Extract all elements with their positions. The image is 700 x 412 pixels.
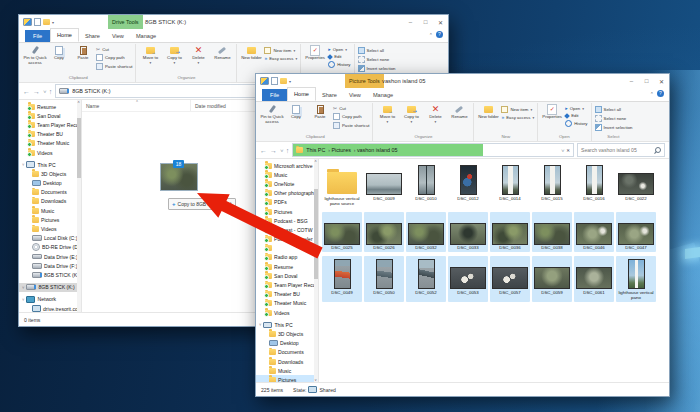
tab-home[interactable]: Home bbox=[50, 28, 79, 42]
tab-file[interactable]: File bbox=[262, 89, 287, 101]
paste-shortcut-button[interactable]: Paste shortcut bbox=[96, 63, 132, 70]
titlebar[interactable]: ▾ Drive Tools 8GB STICK (K:) – □ ✕ bbox=[19, 15, 448, 29]
sidebar-item[interactable]: Theater BU bbox=[19, 130, 81, 139]
ribbon-collapse-icon[interactable]: ⌃ bbox=[429, 32, 433, 38]
file-tile[interactable]: DSC_0015 bbox=[532, 162, 572, 208]
properties-button[interactable]: ✓Properties bbox=[540, 103, 564, 120]
tab-view[interactable]: View bbox=[343, 89, 367, 101]
sidebar-item[interactable]: This PC bbox=[256, 320, 318, 329]
pin-to-quick-access-button[interactable]: Pin to Quick access bbox=[260, 103, 284, 125]
sidebar-item[interactable]: Data Drive (F:) bbox=[19, 261, 81, 270]
file-tile[interactable]: DSC_0022 bbox=[616, 162, 656, 208]
breadcrumb-item[interactable]: This PC bbox=[306, 147, 325, 153]
tab-manage[interactable]: Manage bbox=[367, 89, 399, 101]
sidebar-item[interactable]: Podcast-Traveler bbox=[256, 235, 318, 244]
select-all-button[interactable]: Select all bbox=[358, 47, 396, 54]
sidebar-item[interactable]: Network bbox=[19, 295, 81, 304]
drive-tools-tab[interactable]: Drive Tools bbox=[108, 15, 143, 29]
sidebar-item[interactable]: Pictures bbox=[256, 207, 318, 216]
forward-arrow-icon[interactable]: → bbox=[33, 88, 40, 95]
move-to-button[interactable]: Move to▾ bbox=[138, 44, 162, 65]
sidebar-scrollbar[interactable] bbox=[77, 100, 81, 312]
history-button[interactable]: History bbox=[565, 120, 587, 127]
sidebar-item[interactable]: Documents bbox=[19, 188, 81, 197]
new-item-button[interactable]: New item▾ bbox=[501, 106, 534, 113]
forward-arrow-icon[interactable]: → bbox=[270, 147, 277, 154]
close-button[interactable]: ✕ bbox=[433, 15, 448, 29]
sidebar-item[interactable]: Theater Music bbox=[19, 139, 81, 148]
sidebar-item[interactable]: Pictures bbox=[19, 215, 81, 224]
move-to-button[interactable]: Move to▾ bbox=[375, 103, 399, 124]
file-tile[interactable]: lighthouse vertical pano bbox=[616, 256, 656, 302]
file-tile[interactable]: DSC_0053 bbox=[448, 256, 488, 302]
minimize-button[interactable]: – bbox=[403, 15, 418, 29]
column-name[interactable]: ˄Name bbox=[82, 100, 191, 111]
tab-manage[interactable]: Manage bbox=[130, 30, 162, 42]
file-tile[interactable]: DSC_0026 bbox=[364, 212, 404, 252]
file-tile[interactable]: DSC_0032 bbox=[406, 212, 446, 252]
file-tile[interactable]: DSC_0049 bbox=[322, 256, 362, 302]
breadcrumb-item[interactable]: vashon island 05 bbox=[354, 147, 398, 153]
sidebar-item[interactable]: Resume bbox=[256, 262, 318, 271]
sidebar-item[interactable]: Team Player Reco bbox=[19, 120, 81, 129]
file-tile[interactable]: DSC_0059 bbox=[532, 256, 572, 302]
pin-to-quick-access-button[interactable]: Pin to Quick access bbox=[23, 44, 47, 66]
sidebar-item[interactable]: OneNote bbox=[256, 179, 318, 188]
tab-share[interactable]: Share bbox=[79, 30, 106, 42]
address-field[interactable]: This PCPicturesvashon island 05 > ✕ bbox=[292, 143, 574, 157]
sidebar-item[interactable]: Downloads bbox=[19, 197, 81, 206]
delete-button[interactable]: ✕Delete▾ bbox=[423, 103, 447, 124]
history-button[interactable]: History bbox=[328, 61, 350, 68]
invert-selection-button[interactable]: Invert selection bbox=[358, 65, 396, 72]
sidebar-item[interactable]: Videos bbox=[256, 308, 318, 317]
sidebar-item[interactable]: Music bbox=[19, 206, 81, 215]
sidebar-item[interactable]: This PC bbox=[19, 160, 81, 169]
file-tile[interactable]: DSC_0052 bbox=[406, 256, 446, 302]
sidebar-item[interactable]: Theater BU bbox=[256, 290, 318, 299]
close-button[interactable]: ✕ bbox=[654, 74, 669, 88]
up-arrow-icon[interactable]: ↑ bbox=[286, 147, 290, 154]
file-tile[interactable]: DSC_0046 bbox=[574, 212, 614, 252]
new-item-button[interactable]: New item▾ bbox=[264, 47, 297, 54]
cut-button[interactable]: ✂Cut bbox=[96, 47, 132, 52]
copy-path-button[interactable]: Copy path bbox=[96, 54, 132, 61]
ribbon-collapse-icon[interactable]: ⌃ bbox=[650, 91, 654, 97]
sidebar-item[interactable]: Microsoft archive bbox=[256, 161, 318, 170]
sidebar-item[interactable]: Music bbox=[256, 366, 318, 375]
scroll-up-icon[interactable]: ˄ bbox=[76, 100, 81, 104]
sidebar-item[interactable]: Other photograph bbox=[256, 189, 318, 198]
edit-button[interactable]: Edit bbox=[328, 54, 350, 59]
sidebar-item[interactable]: Music bbox=[256, 170, 318, 179]
refresh-dropdown-icon[interactable]: > bbox=[559, 149, 564, 152]
sidebar-item[interactable]: Downloads bbox=[256, 357, 318, 366]
quick-access-toolbar[interactable]: ▾ bbox=[260, 74, 291, 88]
stop-icon[interactable]: ✕ bbox=[566, 148, 570, 153]
sidebar-item[interactable]: Videos bbox=[19, 148, 81, 157]
sidebar-item[interactable]: Data Drive (E:) bbox=[19, 252, 81, 261]
rename-button[interactable]: Rename bbox=[210, 44, 234, 61]
copy-path-button[interactable]: Copy path bbox=[333, 113, 369, 120]
file-tile[interactable]: DSC_0012 bbox=[448, 162, 488, 208]
help-icon[interactable]: ? bbox=[657, 90, 664, 97]
scroll-up-icon[interactable]: ˄ bbox=[313, 159, 318, 163]
sidebar-item[interactable]: BD-RE Drive (D:) bbox=[19, 243, 81, 252]
properties-button[interactable]: ✓Properties bbox=[303, 44, 327, 61]
file-tile[interactable]: DSC_0061 bbox=[574, 256, 614, 302]
chevron-down-icon[interactable]: ▾ bbox=[52, 20, 54, 25]
edit-button[interactable]: Edit bbox=[565, 113, 587, 118]
easy-access-button[interactable]: »Easy access▾ bbox=[501, 115, 534, 120]
tab-share[interactable]: Share bbox=[316, 89, 343, 101]
new-folder-button[interactable]: New folder bbox=[239, 44, 263, 61]
picture-tools-tab[interactable]: Picture Tools bbox=[345, 74, 384, 88]
paste-button[interactable]: Paste bbox=[71, 44, 95, 61]
quick-access-toolbar[interactable]: ▾ bbox=[23, 15, 54, 29]
copy-button[interactable]: Copy bbox=[47, 44, 71, 61]
sidebar-item[interactable]: Videos bbox=[19, 224, 81, 233]
sidebar-scrollbar[interactable] bbox=[314, 159, 318, 382]
chevron-down-icon[interactable]: ▾ bbox=[289, 79, 291, 84]
copy-to-button[interactable]: Copy to▾ bbox=[399, 103, 423, 124]
delete-button[interactable]: ✕Delete▾ bbox=[186, 44, 210, 65]
select-none-button[interactable]: Select none bbox=[358, 56, 396, 63]
rename-button[interactable]: Rename bbox=[447, 103, 471, 120]
sidebar-item[interactable]: PDFs bbox=[256, 198, 318, 207]
